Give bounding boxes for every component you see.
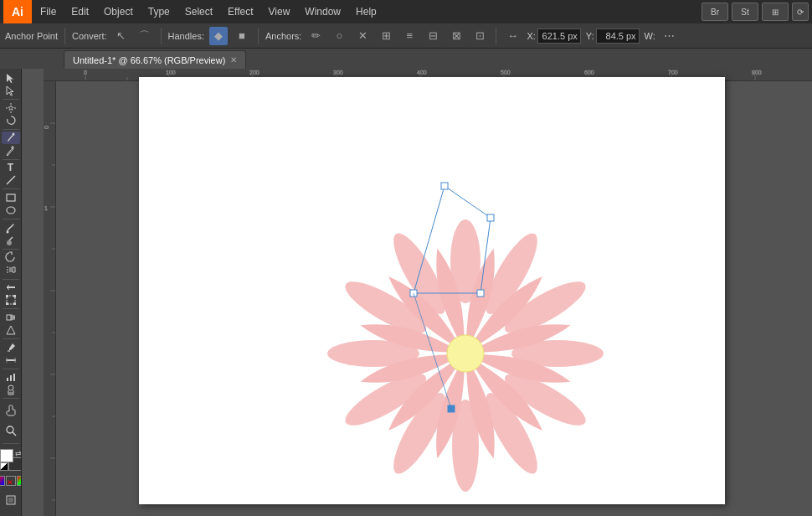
paint-brush-tool[interactable] [2,222,20,234]
tool-sep-6 [3,249,19,250]
distribute3-btn[interactable]: ⊠ [447,27,465,45]
align-btn[interactable]: ⊞ [377,27,395,45]
menu-file[interactable]: File [33,3,63,20]
svg-rect-22 [8,350,10,352]
w-coord-field: W: [645,31,655,41]
ruler-left: 0 1 [44,81,56,516]
color-swatches: ⇄ [0,449,22,471]
tool-sep-7 [3,279,19,280]
eyedropper-tool[interactable] [2,342,20,353]
distribute2-btn[interactable]: ⊟ [424,27,442,45]
menu-help[interactable]: Help [349,3,383,20]
ai-logo-text: Ai [12,5,23,18]
menu-window[interactable]: Window [298,3,347,20]
distribute4-btn[interactable]: ⊡ [470,27,489,45]
pen-tool[interactable] [2,132,20,143]
swap-colors-btn[interactable]: ⇄ [15,449,22,457]
svg-text:300: 300 [333,70,343,75]
svg-rect-27 [10,375,12,381]
x-direction-btn[interactable]: ↔ [503,27,522,45]
svg-rect-17 [13,302,16,305]
reflect-tool[interactable] [2,264,20,276]
type-tool[interactable]: T [2,162,20,173]
workspace-button[interactable]: ⊞ [762,3,789,21]
canvas-area[interactable]: 0 100 200 300 400 500 600 700 80 [22,69,812,516]
screen-mode-btn[interactable] [2,491,20,509]
shape-builder-tool[interactable] [2,312,20,323]
distribute-btn[interactable]: ≡ [400,27,419,45]
blob-brush-tool[interactable] [2,235,20,246]
svg-point-12 [7,240,12,245]
rotate-tool[interactable] [2,251,20,263]
handles-square-btn[interactable]: ■ [233,27,251,45]
bridge-button[interactable]: Br [702,3,728,21]
stock-button[interactable]: St [732,3,758,21]
y-input[interactable] [596,28,640,44]
sun-flower-group [327,219,604,492]
anchor-top [441,183,448,189]
graph-tool[interactable] [2,371,20,383]
svg-rect-23 [6,359,16,361]
svg-text:800: 800 [752,70,762,75]
convert-smooth-btn[interactable]: ⌒ [136,27,154,45]
anchors-x-btn[interactable]: ✕ [353,27,372,45]
default-colors-btn[interactable] [0,462,8,471]
color-mode-btn[interactable] [0,476,5,486]
no-fill-btn[interactable]: ✕ [6,476,16,486]
tool-sep-9 [3,338,19,339]
foreground-color[interactable] [0,449,13,462]
rect-tool[interactable] [2,192,20,204]
hand-tool[interactable] [2,401,20,420]
tab-close-btn[interactable]: ✕ [230,55,237,64]
tool-sep-color [3,443,19,444]
sync-button[interactable]: ⟳ [792,3,809,21]
tool-sep-1 [3,99,19,100]
handles-btn-active[interactable]: ◆ [209,27,228,45]
width-tool[interactable] [2,281,20,293]
menu-object[interactable]: Object [97,3,140,20]
svg-rect-62 [44,81,56,516]
anchors-circle-btn[interactable]: ○ [330,27,348,45]
svg-text:0: 0 [44,126,49,129]
direct-selection-tool[interactable] [2,85,20,96]
magic-wand-tool[interactable] [2,102,20,114]
x-input[interactable] [537,28,581,44]
lasso-tool[interactable] [2,115,20,126]
separator-4 [496,28,496,44]
svg-rect-34 [8,498,13,503]
tool-sep-10 [3,369,19,369]
svg-point-29 [8,385,13,390]
perspective-tool[interactable] [2,324,20,336]
menu-effect[interactable]: Effect [221,3,260,20]
svg-text:400: 400 [417,70,427,75]
menu-type[interactable]: Type [141,3,177,20]
anchors-label: Anchors: [265,31,301,41]
anchor-topright [487,214,494,221]
symbol-sprayer-tool[interactable] [2,384,20,395]
menu-view[interactable]: View [262,3,297,20]
menu-edit[interactable]: Edit [64,3,95,20]
separator-2 [161,28,162,44]
free-transform-tool[interactable] [2,294,20,306]
document-tab[interactable]: Untitled-1* @ 66.67% (RGB/Preview) ✕ [64,50,246,69]
tool-sep-2 [3,129,19,130]
y-coord-field: Y: [586,28,640,44]
svg-point-31 [7,426,13,433]
menu-select[interactable]: Select [178,3,219,20]
y-label: Y: [586,31,594,41]
line-tool[interactable] [2,174,20,186]
selection-tool[interactable] [2,72,20,84]
more-options-btn[interactable]: ⋯ [660,27,679,45]
handles-label: Handles: [168,31,204,41]
anchors-pen-btn[interactable]: ✏ [306,27,325,45]
ellipse-tool[interactable] [2,204,20,216]
tool-sep-3 [3,159,19,160]
svg-text:100: 100 [166,70,176,75]
convert-corner-btn[interactable]: ↖ [112,27,131,45]
add-anchor-tool[interactable] [2,145,20,157]
bridge-area: Br St ⊞ ⟳ [702,3,809,21]
tool-sep-8 [3,308,19,309]
anchor-bottomright [477,290,484,297]
zoom-tool[interactable] [2,421,20,440]
measure-tool[interactable] [2,354,20,366]
